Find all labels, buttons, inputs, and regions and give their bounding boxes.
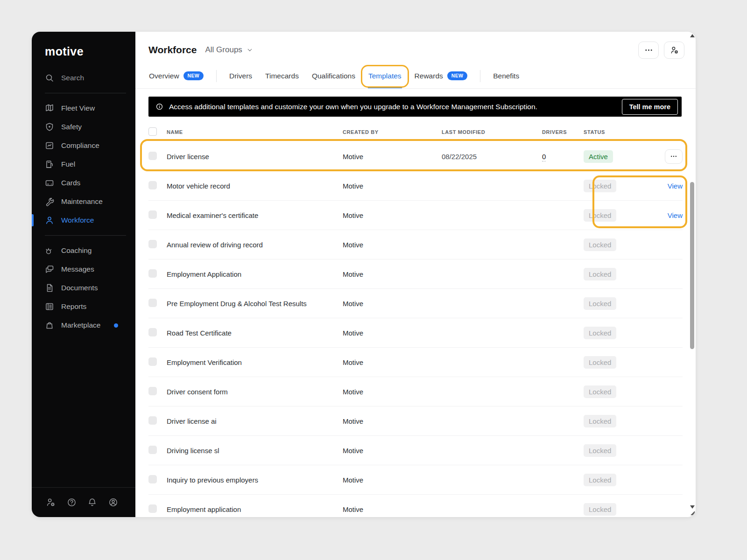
template-name: Inquiry to previous employers [167, 476, 343, 484]
group-filter-label: All Groups [205, 45, 242, 55]
wrench-icon [45, 197, 54, 206]
resize-grip-icon [691, 511, 695, 515]
column-header-status: STATUS [584, 129, 654, 135]
drivers-count-link[interactable]: 0 [542, 153, 546, 161]
sidebar-item-maintenance[interactable]: Maintenance [45, 192, 135, 211]
created-by-value: Motive [343, 211, 442, 219]
created-by-value: Motive [343, 388, 442, 396]
created-by-value: Motive [343, 358, 442, 366]
status-cell: Locked [584, 180, 654, 192]
sidebar-item-messages[interactable]: Messages [45, 260, 135, 279]
chevron-down-icon [247, 47, 253, 53]
template-name: Driver license [167, 153, 343, 161]
view-link[interactable]: View [668, 211, 683, 219]
user-settings-button[interactable] [46, 497, 56, 508]
bag-icon [45, 321, 54, 330]
tab-rewards[interactable]: RewardsNEW [414, 63, 468, 88]
sidebar-item-reports[interactable]: Reports [45, 297, 135, 316]
sidebar-item-fuel[interactable]: Fuel [45, 155, 135, 174]
sidebar-item-cards[interactable]: Cards [45, 174, 135, 192]
status-badge: Active [584, 150, 613, 163]
row-checkbox-cell [148, 210, 167, 220]
tab-overview[interactable]: OverviewNEW [148, 63, 204, 88]
tab-templates[interactable]: Templates [368, 63, 402, 88]
help-button[interactable] [67, 497, 77, 508]
bell-icon [87, 497, 97, 507]
row-checkbox[interactable] [148, 299, 157, 307]
table-row: Driving license slMotiveLocked [148, 436, 683, 465]
tab-label: Qualifications [312, 72, 355, 80]
scroll-up-arrow-icon[interactable] [690, 34, 695, 37]
select-all-checkbox[interactable] [148, 127, 157, 136]
banner-text: Access additional templates and customiz… [169, 103, 537, 111]
template-name: Driver consent form [167, 388, 343, 396]
created-by-value: Motive [343, 270, 442, 278]
account-button[interactable] [108, 497, 119, 508]
row-checkbox[interactable] [148, 357, 157, 366]
tab-benefits[interactable]: Benefits [493, 63, 520, 88]
sidebar-item-label: Messages [61, 265, 94, 273]
scrollbar-thumb[interactable] [690, 182, 694, 349]
template-name: Driving license sl [167, 447, 343, 455]
column-header-name: NAME [167, 129, 343, 135]
status-badge: Locked [584, 415, 616, 427]
row-checkbox[interactable] [148, 475, 157, 483]
sidebar-item-fleet-view[interactable]: Fleet View [45, 99, 135, 118]
sidebar-secondary-nav: CoachingMessagesDocumentsReportsMarketpl… [45, 241, 135, 335]
whistle-icon [45, 246, 54, 255]
action-cell [654, 149, 683, 164]
sidebar-item-documents[interactable]: Documents [45, 279, 135, 297]
tab-qualifications[interactable]: Qualifications [311, 63, 356, 88]
row-checkbox-cell [148, 152, 167, 161]
sidebar-item-workforce[interactable]: Workforce [45, 211, 135, 230]
status-cell: Locked [584, 415, 654, 427]
tell-me-more-button[interactable]: Tell me more [622, 99, 678, 115]
row-checkbox[interactable] [148, 416, 157, 425]
sidebar-item-marketplace[interactable]: Marketplace [45, 316, 135, 335]
vertical-scrollbar[interactable] [689, 32, 696, 517]
table-row: Employment applicationMotiveLocked [148, 495, 683, 517]
row-checkbox[interactable] [148, 152, 157, 160]
user-settings-button[interactable] [664, 42, 684, 59]
sidebar-item-label: Coaching [61, 246, 92, 255]
upgrade-banner: Access additional templates and customiz… [148, 97, 682, 117]
more-options-button[interactable] [638, 42, 659, 59]
sidebar-search[interactable]: Search [45, 69, 135, 87]
status-badge: Locked [584, 297, 616, 310]
sidebar-item-compliance[interactable]: Compliance [45, 136, 135, 155]
status-badge: Locked [584, 356, 616, 369]
row-checkbox[interactable] [148, 181, 157, 189]
table-row: Road Test CertificateMotiveLocked [148, 318, 683, 348]
status-cell: Locked [584, 356, 654, 369]
sidebar-item-label: Workforce [61, 216, 94, 224]
row-checkbox[interactable] [148, 328, 157, 336]
row-checkbox[interactable] [148, 446, 157, 454]
row-checkbox-cell [148, 240, 167, 250]
app-window: motive Search Fleet ViewSafetyCompliance… [32, 32, 696, 517]
tab-drivers[interactable]: Drivers [229, 63, 253, 88]
row-checkbox[interactable] [148, 504, 157, 513]
scroll-down-arrow-icon[interactable] [690, 505, 695, 509]
view-link[interactable]: View [668, 182, 683, 190]
document-icon [45, 283, 54, 293]
row-checkbox[interactable] [148, 240, 157, 248]
bell-button[interactable] [87, 497, 98, 508]
row-checkbox-cell [148, 475, 167, 485]
created-by-value: Motive [343, 153, 442, 161]
group-filter-dropdown[interactable]: All Groups [205, 45, 253, 55]
shield-icon [45, 122, 54, 132]
sidebar-item-label: Reports [61, 302, 86, 311]
sidebar-item-coaching[interactable]: Coaching [45, 241, 135, 260]
row-checkbox[interactable] [148, 269, 157, 278]
tab-timecards[interactable]: Timecards [265, 63, 299, 88]
action-cell: View [654, 182, 683, 190]
created-by-value: Motive [343, 447, 442, 455]
row-checkbox[interactable] [148, 210, 157, 219]
status-badge: Locked [584, 327, 616, 339]
status-cell: Locked [584, 238, 654, 251]
row-menu-button[interactable] [665, 149, 683, 164]
sidebar-item-label: Fuel [61, 160, 75, 168]
sidebar-item-safety[interactable]: Safety [45, 118, 135, 136]
row-checkbox[interactable] [148, 387, 157, 395]
sidebar-divider [45, 235, 126, 236]
